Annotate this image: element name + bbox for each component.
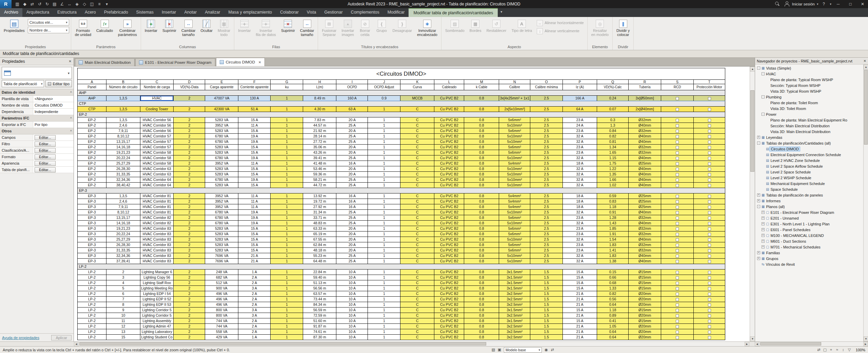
- schedule-cell[interactable]: 0.8: [464, 161, 499, 166]
- schedule-cell[interactable]: 3x1.5mm²: [499, 286, 530, 291]
- table-row[interactable]: LP-24Lighting Staff Roo2512 VA2 A151.13 …: [78, 280, 725, 286]
- schedule-cell[interactable]: 21 A: [563, 297, 597, 302]
- schedule-cell[interactable]: 33.71 m: [303, 215, 336, 221]
- zoom-level[interactable]: 100%: [856, 348, 865, 352]
- schedule-cell[interactable]: 0.8: [464, 280, 499, 286]
- schedule-cell[interactable]: 3x1.5mm²: [499, 275, 530, 280]
- schedule-cell[interactable]: 19,21,23: [106, 150, 140, 155]
- checkbox[interactable]: [676, 287, 679, 290]
- col-insert-button[interactable]: Insertar: [143, 18, 159, 34]
- column-letter[interactable]: J: [368, 80, 400, 84]
- schedule-cell[interactable]: [661, 166, 694, 172]
- schedule-cell[interactable]: 1: [368, 335, 400, 340]
- schedule-cell[interactable]: Ø32mm: [629, 215, 661, 221]
- schedule-cell[interactable]: 3952 VA: [205, 199, 238, 204]
- edit-button[interactable]: Editar...: [35, 161, 56, 166]
- schedule-cell[interactable]: 2 A: [238, 280, 271, 286]
- schedule-cell[interactable]: 2: [174, 128, 205, 134]
- scroll-left-icon[interactable]: ◀: [755, 342, 760, 346]
- schedule-cell[interactable]: [661, 297, 694, 302]
- schedule-cell[interactable]: 0.8: [464, 302, 499, 308]
- schedule-cell[interactable]: 5283 VA: [205, 226, 238, 231]
- schedule-cell[interactable]: [694, 123, 725, 128]
- name-filter-select[interactable]: Nombre de...▾: [28, 27, 69, 33]
- schedule-cell[interactable]: 25 A: [336, 123, 368, 128]
- table-row[interactable]: EP-325,27,29HVAC Corridor 8325283 VA15 A…: [78, 237, 725, 242]
- help-caret-icon[interactable]: ▾: [830, 2, 831, 6]
- scroll-down-icon[interactable]: ▼: [864, 336, 868, 341]
- checkbox[interactable]: [676, 249, 679, 252]
- schedule-cell[interactable]: Lighting EDP II 53: [140, 302, 174, 308]
- checkbox[interactable]: [708, 309, 711, 312]
- schedule-cell[interactable]: 1: [271, 123, 303, 128]
- checkbox[interactable]: [676, 119, 679, 122]
- schedule-cell[interactable]: 15 A: [238, 128, 271, 134]
- schedule-cell[interactable]: HVAC Corridor 58: [140, 155, 174, 161]
- schedule-cell[interactable]: 2.5: [530, 107, 563, 112]
- circuit-type-select[interactable]: Circuitos elé...▾: [28, 19, 69, 25]
- checkbox[interactable]: [676, 108, 679, 111]
- table-row[interactable]: LP-23Lighting Copy 562682 VA2 A159.40 m1…: [78, 275, 725, 280]
- tree-item[interactable]: ·▤Level 2 HVAC Zone Schedule: [755, 157, 868, 163]
- schedule-cell[interactable]: 800 VA: [205, 313, 238, 318]
- schedule-cell[interactable]: 0.66: [597, 275, 629, 280]
- schedule-cell[interactable]: 2.5: [530, 210, 563, 215]
- expand-icon[interactable]: +: [757, 199, 760, 202]
- schedule-cell[interactable]: EP-3: [78, 231, 106, 237]
- schedule-cell[interactable]: [661, 161, 694, 166]
- menu-tab-sistemas[interactable]: Sistemas: [132, 8, 158, 17]
- sign-in-button[interactable]: Iniciar sesión: [792, 2, 815, 6]
- schedule-cell[interactable]: 44.72 m: [303, 183, 336, 188]
- worksets-icon[interactable]: ▧: [490, 348, 496, 352]
- schedule-cell[interactable]: 3x1.5mm²: [499, 270, 530, 275]
- schedule-cell[interactable]: HVAC Corridor 64: [140, 177, 174, 183]
- schedule-cell[interactable]: 2,4,6: [106, 123, 140, 128]
- schedule-cell[interactable]: 3x[4x25mm² + 1x1: [499, 96, 530, 101]
- schedule-cell[interactable]: 5x10mm²: [499, 123, 530, 128]
- schedule-cell[interactable]: 6780 VA: [205, 221, 238, 226]
- schedule-cell[interactable]: 5x10mm²: [499, 210, 530, 215]
- schedule-cell[interactable]: Ø15mm: [629, 275, 661, 280]
- tree-item[interactable]: +▦Familias: [755, 250, 868, 256]
- schedule-cell[interactable]: 1.91: [597, 231, 629, 237]
- schedule-cell[interactable]: [694, 231, 725, 237]
- schedule-cell[interactable]: 1: [368, 210, 400, 215]
- group-header-cell[interactable]: EP-3: [78, 188, 725, 193]
- schedule-cell[interactable]: 25 A: [336, 177, 368, 183]
- schedule-cell[interactable]: 1: [271, 248, 303, 253]
- schedule-cell[interactable]: 5x6mm²: [499, 242, 530, 248]
- schedule-cell[interactable]: 2.5: [530, 215, 563, 221]
- schedule-cell[interactable]: 0.84: [597, 128, 629, 134]
- schedule-cell[interactable]: 0.89: [597, 313, 629, 318]
- checkbox[interactable]: [676, 271, 679, 274]
- schedule-cell[interactable]: 0.8: [464, 221, 499, 226]
- schedule-cell[interactable]: HVAC Corridor 57: [140, 145, 174, 150]
- schedule-cell[interactable]: 5283 VA: [205, 150, 238, 155]
- schedule-cell[interactable]: 496 VA: [205, 297, 238, 302]
- apply-button[interactable]: Aplicar: [51, 335, 72, 340]
- schedule-cell[interactable]: Lighting EDP II 52: [140, 297, 174, 302]
- schedule-cell[interactable]: 1.41: [597, 248, 629, 253]
- schedule-cell[interactable]: 1: [271, 117, 303, 123]
- schedule-cell[interactable]: 2: [174, 117, 205, 123]
- schedule-cell[interactable]: 11 A: [238, 204, 271, 210]
- schedule-cell[interactable]: 1.02: [597, 183, 629, 188]
- table-row[interactable]: LP-22Lighting Manager 62248 VA1 A122.84 …: [78, 270, 725, 275]
- schedule-cell[interactable]: 7696 VA: [205, 253, 238, 259]
- checkbox[interactable]: [708, 336, 711, 339]
- editable-only-icon[interactable]: ◉: [543, 348, 549, 352]
- schedule-cell[interactable]: 1: [271, 155, 303, 161]
- schedule-cell[interactable]: 2 A: [238, 275, 271, 280]
- open-icon[interactable]: ▥: [14, 0, 21, 8]
- schedule-cell[interactable]: 2.5: [530, 150, 563, 155]
- schedule-cell[interactable]: 1.15: [597, 155, 629, 161]
- schedule-cell[interactable]: 3 A: [238, 308, 271, 313]
- schedule-cell[interactable]: 21 A: [563, 335, 597, 340]
- schedule-cell[interactable]: 0.64: [597, 335, 629, 340]
- column-header[interactable]: Panel: [78, 84, 106, 90]
- table-row[interactable]: EP-38,10,12HVAC Corridor 8126780 VA19 A1…: [78, 210, 725, 215]
- menu-tab-archivo[interactable]: Archivo: [0, 8, 22, 17]
- view-tab[interactable]: Circuitos DIMOD✕: [216, 58, 265, 66]
- view3d-icon[interactable]: ◇: [81, 0, 88, 8]
- schedule-cell[interactable]: 1: [271, 128, 303, 134]
